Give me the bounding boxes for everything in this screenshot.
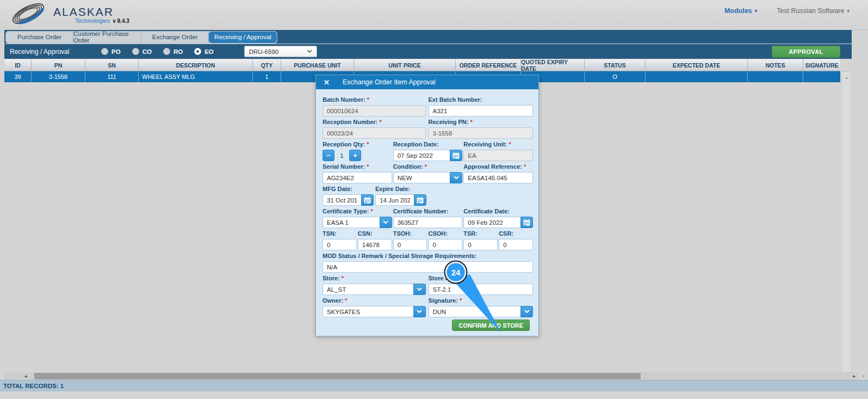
order-filter-select[interactable]: DRU-6590: [244, 46, 317, 57]
store-dropdown-button[interactable]: [413, 284, 426, 295]
scroll-left-icon[interactable]: ◄: [22, 372, 29, 380]
certificate-number-field[interactable]: [393, 217, 463, 228]
chevron-down-icon: [417, 287, 422, 291]
header-cell[interactable]: ID: [4, 59, 32, 71]
mfg-date-label: MFG Date:: [323, 186, 352, 192]
tab-receiving-approval[interactable]: Receiving / Approval: [209, 32, 277, 43]
chevron-down-icon: [383, 220, 388, 224]
header-cell[interactable]: QUOTED EXPIRY DATE: [521, 59, 585, 71]
header-cell[interactable]: NOTES: [748, 59, 803, 71]
exchange-order-item-approval-dialog: ✕ Exchange Order Item Approval Batch Num…: [315, 75, 539, 336]
mod-status-field[interactable]: [323, 261, 533, 273]
serial-number-field[interactable]: [323, 172, 392, 183]
certificate-type-dropdown-button[interactable]: [380, 217, 392, 228]
required-asterisk: *: [379, 119, 381, 125]
reception-number-label: Reception Number:: [323, 119, 377, 125]
reception-date-calendar-button[interactable]: [450, 150, 462, 161]
scroll-up-icon[interactable]: ▲: [842, 72, 851, 83]
condition-field[interactable]: [393, 172, 451, 183]
certificate-date-calendar-button[interactable]: [520, 217, 533, 228]
reception-date-label: Reception Date:: [393, 141, 439, 148]
csoh-field[interactable]: [428, 239, 462, 250]
row-cell: 1: [253, 71, 281, 82]
caret-down-icon: ▾: [755, 8, 758, 14]
receiving-pn-field: [429, 127, 534, 139]
radio-circle-icon: [101, 48, 108, 55]
radio-po[interactable]: PO: [101, 48, 121, 55]
reception-date-field[interactable]: [393, 150, 451, 161]
expire-date-calendar-button[interactable]: [414, 194, 426, 206]
header-cell[interactable]: SIGNATURE: [803, 59, 840, 71]
certificate-number-label: Certificate Number:: [393, 208, 449, 214]
scroll-right-icon[interactable]: ►: [851, 372, 858, 380]
tab-customer-purchase-order[interactable]: Customer Purchase Order: [73, 32, 141, 43]
app-header: ALASKAR Technologiesv 8.4.3 Modules ▾ Te…: [0, 0, 868, 30]
chevron-down-icon: [454, 176, 459, 180]
brand-logo: ALASKAR Technologiesv 8.4.3: [9, 2, 129, 26]
required-asterisk: *: [367, 163, 369, 170]
header-cell[interactable]: UNIT PRICE: [354, 59, 456, 71]
tab-bar: Purchase Order Customer Purchase Order E…: [4, 30, 852, 44]
owner-field[interactable]: [323, 306, 414, 317]
table-header: ID PN SN DESCRIPTION QTY PURCHASE UNIT U…: [4, 59, 840, 71]
approval-reference-field[interactable]: [463, 172, 533, 183]
total-records-label: TOTAL RECORDS: 1: [0, 380, 868, 391]
required-asterisk: *: [524, 163, 526, 170]
dialog-header[interactable]: ✕ Exchange Order Item Approval: [316, 75, 538, 89]
radio-ro[interactable]: RO: [163, 48, 183, 55]
certificate-type-field[interactable]: [323, 217, 380, 228]
user-menu[interactable]: Test Russian Software ▾: [777, 7, 850, 15]
owner-dropdown-button[interactable]: [413, 306, 426, 317]
tab-exchange-order[interactable]: Exchange Order: [141, 32, 209, 43]
row-cell: 39: [4, 71, 32, 82]
header-cell[interactable]: EXPECTED DATE: [646, 59, 748, 71]
csn-label: CSN:: [358, 230, 373, 237]
calendar-icon: [417, 197, 424, 204]
tab-purchase-order[interactable]: Purchase Order: [6, 32, 73, 43]
horizontal-scrollbar-thumb[interactable]: [34, 373, 641, 379]
store-field[interactable]: [323, 284, 414, 295]
header-cell[interactable]: ORDER REFERENCE: [456, 59, 521, 71]
expire-date-field[interactable]: [375, 194, 414, 206]
required-asterisk: *: [460, 297, 462, 304]
signature-field[interactable]: [429, 306, 522, 317]
store-area-field[interactable]: [429, 284, 534, 295]
reception-qty-value: 1: [334, 152, 349, 159]
csr-field[interactable]: [499, 239, 533, 250]
vertical-scrollbar[interactable]: ▲: [841, 71, 852, 372]
row-cell: WHEEL ASSY MLG: [139, 71, 253, 82]
radio-circle-icon: [163, 48, 170, 55]
approval-button[interactable]: APPROVAL: [772, 46, 840, 58]
condition-dropdown-button[interactable]: [450, 172, 462, 183]
tsr-label: TSR:: [463, 230, 478, 237]
header-cell[interactable]: QTY: [253, 59, 281, 71]
header-cell[interactable]: DESCRIPTION: [139, 59, 253, 71]
qty-minus-button[interactable]: −: [323, 150, 334, 161]
required-asterisk: *: [509, 141, 511, 148]
row-cell: O: [585, 71, 646, 82]
approval-reference-label: Approval Reference:: [463, 163, 522, 170]
confirm-and-store-button[interactable]: CONFIRM AND STORE: [452, 320, 530, 331]
csn-field[interactable]: [358, 239, 392, 250]
ext-batch-number-field[interactable]: [429, 105, 534, 116]
header-cell[interactable]: PN: [32, 59, 85, 71]
tsr-field[interactable]: [463, 239, 498, 250]
mfg-date-field[interactable]: [323, 194, 362, 206]
signature-dropdown-button[interactable]: [520, 306, 533, 317]
modules-menu[interactable]: Modules ▾: [724, 7, 757, 15]
scroll-down-icon[interactable]: ▼: [860, 372, 867, 380]
csoh-label: CSOH:: [428, 230, 447, 237]
radio-eo[interactable]: EO: [194, 48, 214, 55]
radio-co[interactable]: CO: [132, 48, 152, 55]
tsn-field[interactable]: [323, 239, 357, 250]
mfg-date-calendar-button[interactable]: [361, 194, 374, 206]
header-cell[interactable]: PURCHASE UNIT: [281, 59, 354, 71]
order-type-radio-group: PO CO RO EO: [101, 48, 214, 55]
tsoh-field[interactable]: [393, 239, 427, 250]
radio-circle-icon: [132, 48, 139, 55]
certificate-date-field[interactable]: [463, 217, 521, 228]
qty-plus-button[interactable]: +: [349, 150, 361, 161]
header-cell[interactable]: STATUS: [585, 59, 646, 71]
header-cell[interactable]: SN: [85, 59, 139, 71]
close-icon[interactable]: ✕: [324, 78, 330, 87]
